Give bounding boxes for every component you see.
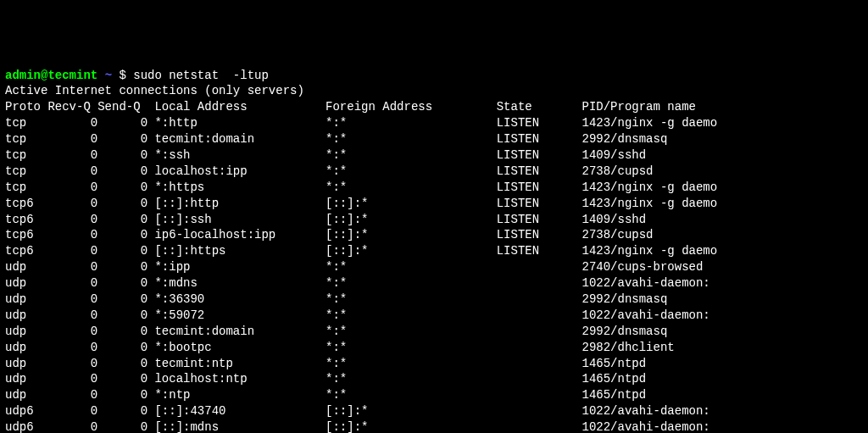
table-row: udp6 0 0 [::]:mdns [::]:* 1022/avahi-dae…: [5, 419, 863, 433]
table-row: udp 0 0 tecmint:domain *:* 2992/dnsmasq: [5, 324, 863, 340]
output-header: Active Internet connections (only server…: [5, 83, 863, 99]
column-headers: Proto Recv-Q Send-Q Local Address Foreig…: [5, 99, 863, 115]
table-row: udp 0 0 *:bootpc *:* 2982/dhclient: [5, 340, 863, 356]
table-row: tcp6 0 0 ip6-localhost:ipp [::]:* LISTEN…: [5, 227, 863, 243]
table-row: udp 0 0 *:36390 *:* 2992/dnsmasq: [5, 291, 863, 308]
command-text: sudo netstat -ltup: [133, 69, 269, 82]
prompt-line-1[interactable]: admin@tecmint ~ $ sudo netstat -ltup: [5, 68, 863, 84]
prompt-cwd: ~: [105, 69, 112, 82]
table-row: tcp 0 0 *:ssh *:* LISTEN 1409/sshd: [5, 147, 863, 164]
table-row: tcp6 0 0 [::]:http [::]:* LISTEN 1423/ng…: [5, 196, 863, 212]
prompt-user: admin@tecmint: [5, 69, 97, 82]
table-row: tcp6 0 0 [::]:https [::]:* LISTEN 1423/n…: [5, 243, 863, 259]
table-row: tcp6 0 0 [::]:ssh [::]:* LISTEN 1409/ssh…: [5, 212, 863, 228]
table-row: udp 0 0 localhost:ntp *:* 1465/ntpd: [5, 371, 863, 387]
table-row: udp 0 0 *:ntp *:* 1465/ntpd: [5, 387, 863, 403]
table-row: udp 0 0 *:mdns *:* 1022/avahi-daemon:: [5, 275, 863, 291]
table-row: tcp 0 0 *:https *:* LISTEN 1423/nginx -g…: [5, 180, 863, 196]
table-row: udp 0 0 *:ipp *:* 2740/cups-browsed: [5, 259, 863, 275]
table-row: udp 0 0 tecmint:ntp *:* 1465/ntpd: [5, 356, 863, 372]
table-row: udp 0 0 *:59072 *:* 1022/avahi-daemon:: [5, 308, 863, 324]
terminal-output: admin@tecmint ~ $ sudo netstat -ltupActi…: [5, 68, 863, 433]
table-row: tcp 0 0 tecmint:domain *:* LISTEN 2992/d…: [5, 131, 863, 147]
prompt-symbol: $: [119, 69, 125, 82]
table-row: tcp 0 0 localhost:ipp *:* LISTEN 2738/cu…: [5, 164, 863, 180]
table-row: udp6 0 0 [::]:43740 [::]:* 1022/avahi-da…: [5, 403, 863, 419]
table-row: tcp 0 0 *:http *:* LISTEN 1423/nginx -g …: [5, 115, 863, 131]
